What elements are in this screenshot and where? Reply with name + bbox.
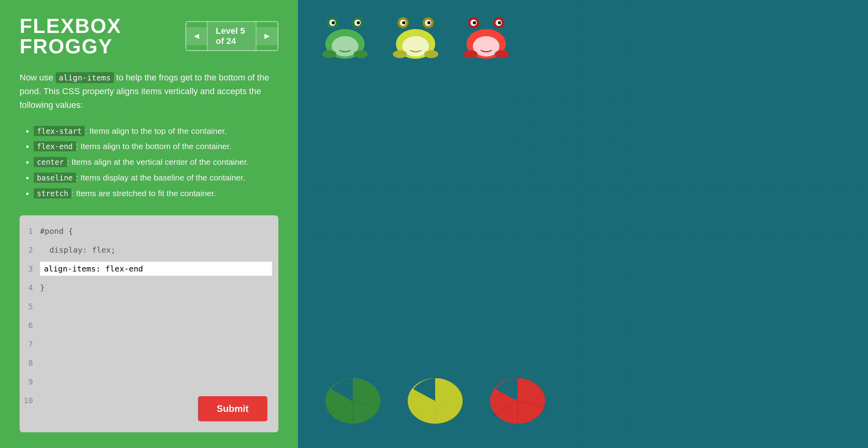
svg-point-18 (393, 50, 407, 58)
svg-point-4 (332, 21, 335, 24)
code-line-3[interactable]: 3 (20, 259, 278, 278)
list-item: center: Items align at the vertical cent… (34, 154, 278, 170)
list-item: flex-start: Items align to the top of th… (34, 123, 278, 139)
frog-red (463, 16, 510, 59)
code-line-9: 9 (20, 372, 278, 391)
code-editor: 1 #pond { 2 display: flex; 3 4 } 5 (20, 215, 278, 432)
line-number-5: 5 (20, 302, 40, 311)
pond-area (298, 0, 868, 448)
lilypads-row (321, 370, 549, 432)
line-number-6: 6 (20, 321, 40, 330)
list-item: stretch: Items are stretched to fit the … (34, 186, 278, 201)
line-content-1: #pond { (40, 226, 278, 236)
code-line-6: 6 (20, 316, 278, 335)
line-number-7: 7 (20, 339, 40, 349)
line-number-8: 8 (20, 358, 40, 368)
submit-button[interactable]: Submit (198, 396, 267, 421)
app-title: FLEXBOX FROGGY (20, 16, 185, 56)
bullet-text-2: : Items align to the bottom of the conta… (76, 142, 232, 151)
level-indicator: Level 5 of 24 (207, 22, 256, 50)
svg-point-15 (427, 21, 430, 24)
frogs-row (321, 16, 510, 59)
svg-point-5 (357, 21, 360, 24)
lilypad-yellow (404, 370, 467, 424)
lilypad-green (321, 370, 384, 424)
keyword-highlight: align-items (56, 72, 114, 83)
code-line-7: 7 (20, 335, 278, 353)
lilypad-red (486, 370, 549, 424)
code-flex-start: flex-start (34, 126, 85, 136)
svg-point-8 (322, 50, 336, 58)
code-line-1: 1 #pond { (20, 222, 278, 240)
svg-point-24 (473, 21, 476, 24)
code-line-4: 4 } (20, 278, 278, 297)
svg-point-29 (495, 50, 509, 58)
prev-level-button[interactable]: ◄ (186, 27, 207, 45)
list-item: baseline: Items display at the baseline … (34, 170, 278, 186)
code-center: center (34, 157, 67, 167)
line-content-2: display: flex; (40, 245, 278, 255)
frog-green (321, 16, 369, 59)
level-navigator: ◄ Level 5 of 24 ► (185, 21, 278, 51)
line-number-3: 3 (20, 264, 40, 273)
svg-point-9 (354, 50, 368, 58)
pond-panel (298, 0, 868, 448)
bullet-text-4: : Items display at the baseline of the c… (76, 173, 245, 182)
left-panel: FLEXBOX FROGGY ◄ Level 5 of 24 ► Now use… (0, 0, 298, 448)
bullet-text-5: : Items are stretched to fit the contain… (71, 189, 216, 198)
svg-point-25 (498, 21, 501, 24)
svg-point-28 (463, 50, 478, 58)
description-intro: Now use (20, 73, 56, 82)
list-item: flex-end: Items align to the bottom of t… (34, 138, 278, 154)
description-text: Now use align-items to help the frogs ge… (20, 71, 278, 112)
svg-point-14 (402, 21, 405, 24)
code-line-8: 8 (20, 353, 278, 372)
bullet-text-1: : Items align to the top of the containe… (85, 126, 227, 135)
line-number-2: 2 (20, 245, 40, 255)
line-content-3[interactable] (40, 262, 272, 276)
header: FLEXBOX FROGGY ◄ Level 5 of 24 ► (20, 16, 278, 56)
code-line-2: 2 display: flex; (20, 240, 278, 259)
line-number-1: 1 (20, 226, 40, 236)
code-stretch: stretch (34, 188, 71, 199)
code-baseline: baseline (34, 173, 76, 183)
line-content-4: } (40, 283, 278, 292)
next-level-button[interactable]: ► (256, 27, 278, 45)
code-line-5: 5 (20, 297, 278, 316)
line-number-10: 10 (20, 396, 40, 405)
bullet-list: flex-start: Items align to the top of th… (20, 123, 278, 201)
frog-yellow (392, 16, 439, 59)
line-number-9: 9 (20, 377, 40, 386)
code-flex-end: flex-end (34, 141, 76, 151)
line-number-4: 4 (20, 283, 40, 292)
code-input[interactable] (44, 264, 268, 273)
svg-point-19 (424, 50, 438, 58)
bullet-text-3: : Items align at the vertical center of … (67, 157, 249, 166)
